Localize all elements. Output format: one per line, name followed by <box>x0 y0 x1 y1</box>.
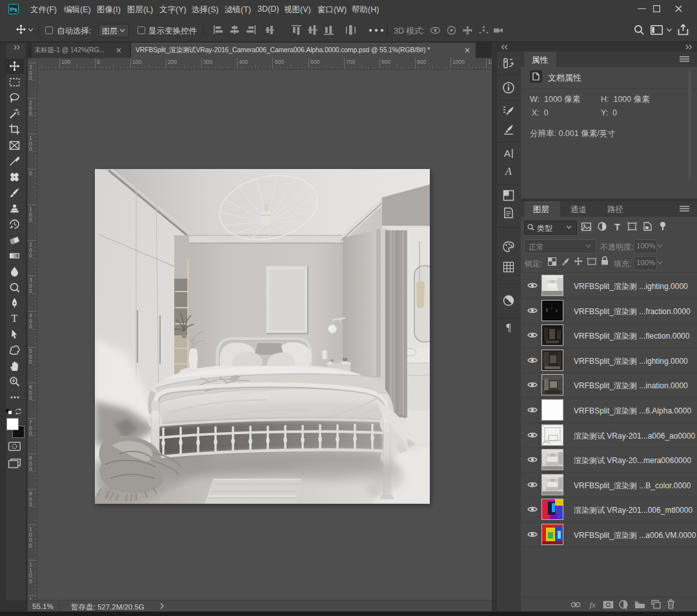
svg-text:fx: fx <box>589 601 596 609</box>
svg-text:¶: ¶ <box>506 322 511 333</box>
svg-text:A: A <box>504 148 510 159</box>
svg-text:T: T <box>12 313 18 324</box>
svg-text:T: T <box>614 222 620 231</box>
svg-text:Ps: Ps <box>10 6 17 13</box>
svg-text:A: A <box>505 166 512 177</box>
